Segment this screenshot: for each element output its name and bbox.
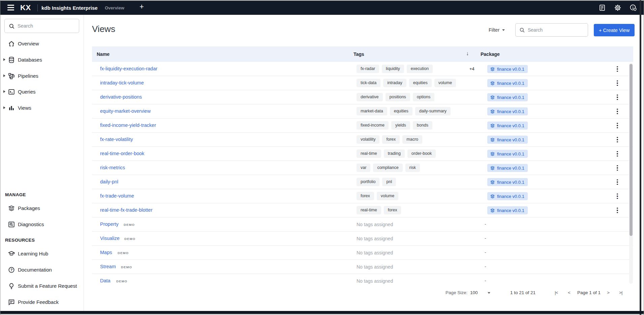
- view-name-link[interactable]: daily-pnl: [100, 179, 118, 184]
- view-name-link[interactable]: real-time-fx-trade-blotter: [100, 207, 153, 213]
- column-header-name[interactable]: Name: [97, 51, 110, 57]
- package-chip[interactable]: finance v0.0.1: [487, 136, 528, 144]
- view-name-link[interactable]: real-time-order-book: [100, 151, 144, 156]
- row-menu-button[interactable]: [614, 150, 621, 158]
- package-chip[interactable]: finance v0.0.1: [487, 107, 528, 115]
- row-menu-button[interactable]: [614, 107, 621, 115]
- menu-icon[interactable]: [7, 5, 14, 10]
- expand-arrow-icon[interactable]: [3, 106, 5, 109]
- tag-chip: order-book: [407, 149, 436, 158]
- row-menu-button[interactable]: [614, 178, 621, 186]
- view-name-link[interactable]: Visualize: [100, 236, 120, 241]
- release-notes-icon[interactable]: [599, 4, 606, 11]
- package-chip[interactable]: finance v0.0.1: [487, 206, 528, 214]
- table-row-demo: Property DEMO No tags assigned -: [92, 217, 633, 232]
- tag-chip: trading: [384, 149, 405, 158]
- row-menu-button[interactable]: [614, 206, 621, 214]
- chevron-down-icon: [502, 29, 505, 31]
- row-menu-button[interactable]: [614, 79, 621, 87]
- about-security-icon[interactable]: [630, 4, 637, 11]
- expand-arrow-icon[interactable]: [3, 90, 5, 93]
- table-row: real-time-fx-trade-blotter real-time for…: [92, 203, 633, 217]
- expand-arrow-icon[interactable]: [3, 58, 5, 61]
- column-header-package[interactable]: Package: [481, 51, 500, 57]
- table-search-input[interactable]: [527, 24, 586, 36]
- tag-chip: daily-summary: [415, 107, 451, 115]
- sidebar-item-documentation[interactable]: ? Documentation: [0, 263, 84, 277]
- view-name-link[interactable]: risk-metrics: [100, 165, 125, 170]
- views-table: Name Tags ↓ Package fx-liquidity-executi…: [92, 46, 633, 284]
- view-name-link[interactable]: fx-liquidity-execution-radar: [100, 66, 157, 71]
- package-chip[interactable]: finance v0.0.1: [487, 121, 528, 130]
- tag-chip: var: [357, 164, 370, 172]
- package-layers-icon: [490, 180, 495, 185]
- table-row-demo: Visualize DEMO No tags assigned -: [92, 232, 633, 246]
- package-chip[interactable]: finance v0.0.1: [487, 192, 528, 200]
- page-size-label: Page Size:: [446, 290, 467, 295]
- tag-chip: equities: [390, 107, 412, 115]
- row-menu-button[interactable]: [614, 65, 621, 73]
- last-page-button[interactable]: >|: [619, 290, 622, 295]
- sidebar-item-views[interactable]: Views: [0, 101, 84, 115]
- sidebar-item-label: Packages: [18, 205, 40, 211]
- view-name-link[interactable]: fx-trade-volume: [100, 193, 134, 199]
- row-menu-button[interactable]: [614, 93, 621, 101]
- package-chip[interactable]: finance v0.0.1: [487, 65, 528, 73]
- view-name-link[interactable]: intraday-tick-volume: [100, 80, 144, 85]
- view-name-link[interactable]: Maps: [100, 250, 112, 255]
- create-view-button[interactable]: + Create View: [594, 24, 635, 36]
- view-name-link[interactable]: Stream: [100, 264, 116, 269]
- sidebar-item-feature-request[interactable]: Submit a Feature Request: [0, 279, 84, 293]
- row-menu-button[interactable]: [614, 121, 621, 130]
- diagnostics-icon: [8, 221, 15, 228]
- table-row: fixed-income-yield-tracker fixed-income …: [92, 118, 633, 133]
- package-chip[interactable]: finance v0.0.1: [487, 164, 528, 172]
- view-name-link[interactable]: equity-market-overview: [100, 108, 151, 114]
- expand-arrow-icon[interactable]: [3, 74, 5, 77]
- row-range-text: 1 to 21 of 21: [510, 290, 535, 295]
- sidebar-item-queries[interactable]: Queries: [0, 85, 84, 99]
- page-size-value[interactable]: 100: [470, 290, 478, 295]
- package-empty: -: [485, 250, 486, 255]
- no-tags-text: No tags assigned: [357, 250, 393, 255]
- sidebar-item-packages[interactable]: Packages: [0, 201, 84, 215]
- package-chip[interactable]: finance v0.0.1: [487, 150, 528, 158]
- next-page-button[interactable]: >: [607, 290, 609, 295]
- new-tab-button[interactable]: +: [140, 2, 144, 11]
- sidebar-item-pipelines[interactable]: Pipelines: [0, 69, 84, 83]
- sidebar-item-learning-hub[interactable]: Learning Hub: [0, 247, 84, 261]
- package-empty: -: [485, 236, 486, 241]
- column-header-tags[interactable]: Tags: [354, 51, 364, 57]
- tag-chip: pnl: [382, 178, 396, 186]
- view-name-link[interactable]: fx-rate-volatility: [100, 137, 133, 142]
- view-name-link[interactable]: fixed-income-yield-tracker: [100, 123, 156, 128]
- package-chip[interactable]: finance v0.0.1: [487, 93, 528, 101]
- sidebar-item-overview[interactable]: Overview: [0, 37, 84, 51]
- row-menu-button[interactable]: [614, 164, 621, 172]
- view-name-link[interactable]: derivative-positions: [100, 94, 142, 100]
- page-size-caret-icon[interactable]: [488, 292, 490, 294]
- sidebar-search-input[interactable]: [17, 20, 78, 32]
- sidebar-item-databases[interactable]: Databases: [0, 53, 84, 67]
- package-chip[interactable]: finance v0.0.1: [487, 79, 528, 87]
- tag-chip: market-data: [357, 107, 387, 115]
- filter-dropdown[interactable]: Filter: [489, 27, 505, 33]
- view-name-link[interactable]: Property: [100, 221, 119, 227]
- tag-chip: options: [413, 93, 434, 101]
- table-scrollbar-thumb[interactable]: [630, 64, 633, 236]
- table-row: risk-metrics var compliance risk finance…: [92, 161, 633, 175]
- view-name-link[interactable]: Data: [100, 278, 111, 283]
- prev-page-button[interactable]: <: [568, 290, 570, 295]
- tab-overview[interactable]: Overview: [105, 5, 124, 10]
- window-right-edge: [640, 0, 641, 315]
- sidebar-item-diagnostics[interactable]: Diagnostics: [0, 217, 84, 232]
- sort-descending-icon[interactable]: ↓: [466, 50, 469, 57]
- first-page-button[interactable]: |<: [555, 290, 558, 295]
- tag-chip: derivative: [357, 93, 383, 101]
- settings-gear-icon[interactable]: [614, 4, 621, 11]
- row-menu-button[interactable]: [614, 136, 621, 144]
- lightbulb-icon: [8, 282, 15, 290]
- package-chip[interactable]: finance v0.0.1: [487, 178, 528, 186]
- sidebar-item-provide-feedback[interactable]: Provide Feedback: [0, 295, 84, 309]
- row-menu-button[interactable]: [614, 192, 621, 200]
